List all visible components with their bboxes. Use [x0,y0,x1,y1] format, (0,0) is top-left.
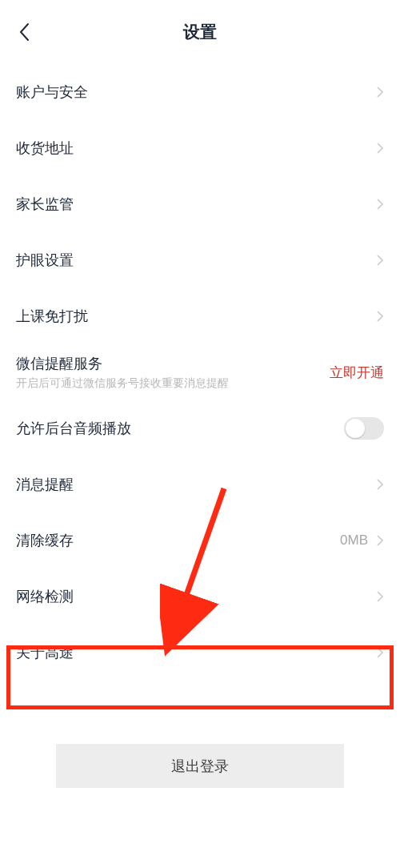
item-sublabel: 开启后可通过微信服务号接收重要消息提醒 [16,376,330,391]
logout-label: 退出登录 [171,757,229,776]
header: 设置 [0,0,400,64]
item-label: 收货地址 [16,139,376,158]
toggle-knob [346,419,365,438]
item-message-reminder[interactable]: 消息提醒 [16,456,384,512]
item-bg-audio: 允许后台音频播放 [16,400,384,456]
chevron-right-icon [376,198,384,211]
chevron-right-icon [376,254,384,267]
item-label: 消息提醒 [16,475,376,494]
item-about[interactable]: 关于高途 [16,625,384,681]
item-eye-protection[interactable]: 护眼设置 [16,232,384,288]
item-label: 关于高途 [16,643,376,662]
toggle-bg-audio[interactable] [344,417,384,440]
item-clear-cache[interactable]: 清除缓存 0MB [16,512,384,569]
logout-button[interactable]: 退出登录 [56,744,344,788]
chevron-right-icon [376,310,384,323]
chevron-right-icon [376,590,384,603]
item-dnd-class[interactable]: 上课免打扰 [16,288,384,344]
settings-list: 账户与安全 收货地址 家长监管 护眼设置 上课免打扰 微信提醒服务 开启后可通过… [0,64,400,681]
item-shipping-address[interactable]: 收货地址 [16,120,384,176]
chevron-right-icon [376,86,384,98]
chevron-right-icon [376,646,384,659]
item-label: 网络检测 [16,587,376,606]
item-parental-control[interactable]: 家长监管 [16,176,384,232]
chevron-right-icon [376,142,384,155]
item-label: 上课免打扰 [16,307,376,326]
chevron-right-icon [376,478,384,491]
enable-link[interactable]: 立即开通 [330,364,384,382]
item-network-check[interactable]: 网络检测 [16,569,384,625]
chevron-right-icon [376,534,384,547]
item-label: 账户与安全 [16,82,376,102]
item-label: 允许后台音频播放 [16,419,344,438]
page-title: 设置 [183,21,217,43]
item-label: 清除缓存 [16,531,340,550]
item-account-security[interactable]: 账户与安全 [16,64,384,120]
item-wechat-reminder[interactable]: 微信提醒服务 开启后可通过微信服务号接收重要消息提醒 立即开通 [16,344,384,400]
cache-size: 0MB [340,532,368,549]
item-label: 家长监管 [16,195,376,214]
back-button[interactable] [14,22,34,42]
chevron-left-icon [18,22,30,42]
item-label: 护眼设置 [16,251,376,270]
item-label: 微信提醒服务 [16,354,330,373]
